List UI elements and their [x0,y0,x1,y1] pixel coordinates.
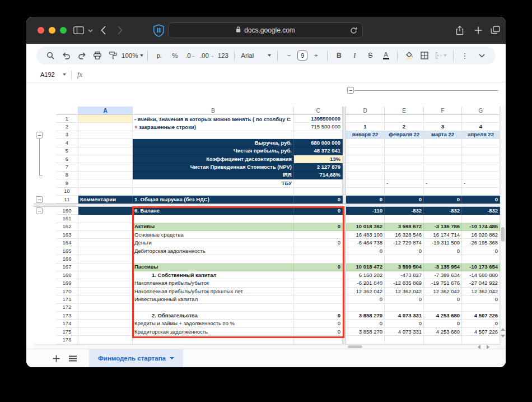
cell-E171[interactable]: 0 [385,295,424,303]
cell-E3[interactable]: февраля 22 [385,131,424,139]
cell-F11[interactable]: 0 [424,196,462,204]
cell-B170[interactable]: Накопленная прибыль/убыток прошлых лет [133,288,294,295]
decrease-font-size-button[interactable]: − [282,48,296,63]
cell-G160[interactable]: -832 [462,207,500,215]
column-group-collapse-button[interactable] [347,87,354,94]
cell-C170[interactable] [294,288,343,295]
fill-color-button[interactable] [402,48,416,63]
cell-E6[interactable] [385,155,424,163]
cell-E173[interactable]: 4 073 331 [385,312,424,320]
cell-D8[interactable] [346,172,385,179]
cell-D170[interactable]: 12 362 042 [346,288,385,295]
cell-F2[interactable]: 3 [424,123,462,131]
row-header-164[interactable]: 164 [56,239,78,247]
cell-C173[interactable]: 0 [294,312,343,320]
cell-C164[interactable]: 0 [294,239,343,247]
vertical-scrollbar-thumb[interactable] [501,227,505,242]
cell-C10[interactable] [294,188,343,196]
cell-G161[interactable] [462,215,500,223]
row-header-3[interactable]: 3 [56,131,78,139]
cell-A8[interactable] [78,172,133,179]
row-header-172[interactable]: 172 [56,304,78,312]
cell-C160[interactable]: 0 [294,207,343,215]
cell-B11[interactable]: 1. Общая выручка (без НДС) [133,196,294,204]
cell-C3[interactable] [294,131,343,139]
cell-A162[interactable] [78,223,133,231]
row-header-6[interactable]: 6 [56,155,78,163]
cell-A2[interactable] [78,123,133,131]
column-header-G[interactable]: G [462,107,500,115]
font-select[interactable]: Arial [239,48,273,63]
cell-G176[interactable] [462,336,500,344]
row-header-10[interactable]: 10 [56,188,78,196]
cell-G5[interactable] [462,147,500,155]
row-header-2[interactable]: 2 [56,123,78,131]
cell-F4[interactable] [424,139,462,147]
percent-format-button[interactable]: % [167,48,182,63]
close-window-button[interactable] [38,27,44,34]
cell-A7[interactable] [78,163,133,171]
cell-B162[interactable]: Активы [133,223,294,231]
row-header-165[interactable]: 165 [56,247,78,255]
cell-A176[interactable] [78,336,133,344]
cell-C1[interactable]: 1395500000 [294,115,343,123]
cell-G168[interactable]: -14 680 880 [462,271,500,279]
cell-A171[interactable] [78,295,133,303]
cell-C6[interactable]: 13% [294,155,343,163]
cell-B1[interactable]: - ячейки, значения в которых можно менят… [133,115,294,131]
cell-C161[interactable] [294,215,343,223]
cell-B4[interactable]: Выручка, руб. [133,139,294,147]
cell-F164[interactable]: -19 311 500 [424,239,462,247]
cell-B160[interactable]: 6. Баланс [133,207,294,215]
cell-B9[interactable]: ТБУ [133,179,294,187]
cell-A161[interactable] [78,215,133,223]
cell-D160[interactable]: -110 [346,207,385,215]
cell-G169[interactable]: -27 042 922 [462,280,500,288]
cell-B7[interactable]: Чистая Приведенная Стоимость (NPV) [133,163,294,171]
cell-F6[interactable] [424,155,462,163]
cell-D5[interactable] [346,147,385,155]
row-header-171[interactable]: 171 [56,295,78,303]
cell-D162[interactable]: 10 018 362 [346,223,385,231]
scroll-left-arrow[interactable] [478,345,480,349]
cell-E172[interactable] [385,304,424,312]
cell-D173[interactable]: 3 858 270 [346,312,385,320]
zoom-select[interactable]: 100% [122,48,143,63]
row-header-174[interactable]: 174 [56,320,78,328]
row-group-collapse-button-160[interactable] [36,207,43,214]
column-header-C[interactable]: C [294,107,343,115]
cell-D167[interactable]: 10 018 472 [346,264,385,271]
cell-B6[interactable]: Коэффициент дисконтирования [133,155,294,163]
cell-F160[interactable]: -832 [424,207,462,215]
cell-E174[interactable]: 0 [385,320,424,328]
back-icon[interactable] [101,26,106,35]
cell-G11[interactable]: 0 [462,196,500,204]
cell-G3[interactable]: апреля 22 [462,131,500,139]
cell-A164[interactable] [78,239,133,247]
cell-G4[interactable] [462,139,500,147]
column-header-B[interactable]: B [133,107,294,115]
cell-F167[interactable]: -3 135 954 [424,264,462,271]
cell-B5[interactable]: Чистая прибыль, руб. [133,147,294,155]
cell-E164[interactable]: -12 729 874 [385,239,424,247]
paint-format-icon[interactable] [106,48,120,63]
cell-C4[interactable]: 680 000 000 [294,139,343,147]
cell-B172[interactable] [133,304,294,312]
cell-G167[interactable]: -10 173 654 [462,264,500,271]
cell-E160[interactable]: -832 [385,207,424,215]
row-header-9[interactable]: 9 [56,179,78,187]
row-header-170[interactable]: 170 [56,288,78,295]
cell-C166[interactable] [294,255,343,263]
cell-G163[interactable]: 16 020 882 [462,231,500,239]
cell-F165[interactable]: 0 [424,247,462,255]
cell-F171[interactable]: 0 [424,295,462,303]
cell-E1[interactable] [385,115,424,123]
cell-C9[interactable] [294,179,343,187]
share-icon[interactable] [455,25,464,35]
cell-F162[interactable]: -3 136 786 [424,223,462,231]
cell-C176[interactable] [294,336,343,344]
cell-G7[interactable] [462,163,500,171]
column-header-A[interactable]: A [78,107,133,115]
cell-C2[interactable]: 715 500 000 [294,123,343,131]
horizontal-scrollbar-thumb[interactable] [348,345,362,348]
